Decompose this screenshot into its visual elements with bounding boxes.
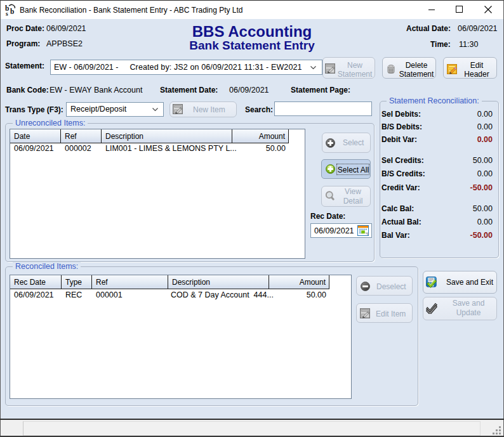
svg-text:s: s: [6, 11, 8, 16]
svg-text:b: b: [10, 8, 14, 15]
